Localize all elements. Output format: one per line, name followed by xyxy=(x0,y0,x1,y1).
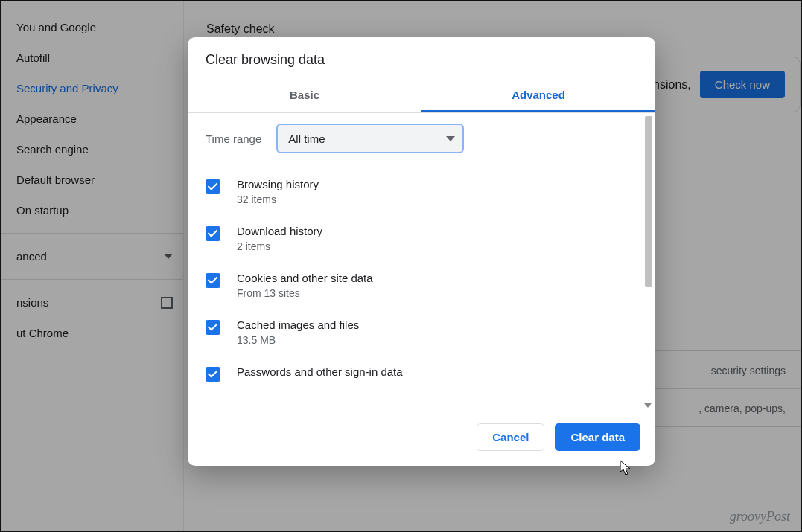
checkbox-download-history[interactable] xyxy=(206,226,220,241)
cancel-button[interactable]: Cancel xyxy=(477,423,544,451)
dialog-scroll-area: Time range All time Browsing history 32 … xyxy=(188,113,655,409)
dialog-tabs: Basic Advanced xyxy=(188,78,655,113)
option-row: Download history 2 items xyxy=(206,215,637,262)
checkbox-cookies[interactable] xyxy=(206,273,220,288)
checkbox-passwords[interactable] xyxy=(206,367,220,382)
tab-advanced[interactable]: Advanced xyxy=(421,78,655,112)
tab-basic[interactable]: Basic xyxy=(188,78,421,112)
option-title: Passwords and other sign-in data xyxy=(237,365,403,378)
option-row: Browsing history 32 items xyxy=(206,168,637,215)
option-title: Browsing history xyxy=(237,178,319,190)
dialog-footer: Cancel Clear data xyxy=(188,409,655,466)
option-row: Cached images and files 13.5 MB xyxy=(206,309,637,356)
option-row: Cookies and other site data From 13 site… xyxy=(206,262,637,309)
option-title: Download history xyxy=(237,225,322,237)
clear-browsing-data-dialog: Clear browsing data Basic Advanced Time … xyxy=(188,37,655,466)
time-range-value: All time xyxy=(288,132,325,145)
option-subtitle: From 13 sites xyxy=(237,287,373,299)
scroll-down-icon[interactable] xyxy=(644,403,652,408)
time-range-label: Time range xyxy=(206,132,261,145)
option-subtitle: 32 items xyxy=(237,193,319,205)
option-title: Cookies and other site data xyxy=(237,272,373,284)
checkbox-cached-images[interactable] xyxy=(206,320,220,335)
vertical-scrollbar[interactable] xyxy=(643,113,654,409)
time-range-select[interactable]: All time xyxy=(276,124,464,153)
checkbox-browsing-history[interactable] xyxy=(206,179,220,194)
chevron-down-icon xyxy=(446,136,455,141)
option-subtitle: 13.5 MB xyxy=(237,334,359,346)
option-row: Passwords and other sign-in data xyxy=(206,356,637,382)
option-title: Cached images and files xyxy=(237,318,359,331)
dialog-title: Clear browsing data xyxy=(188,37,655,78)
clear-data-button[interactable]: Clear data xyxy=(555,423,640,451)
scrollbar-thumb[interactable] xyxy=(645,116,652,287)
option-subtitle: 2 items xyxy=(237,240,322,252)
